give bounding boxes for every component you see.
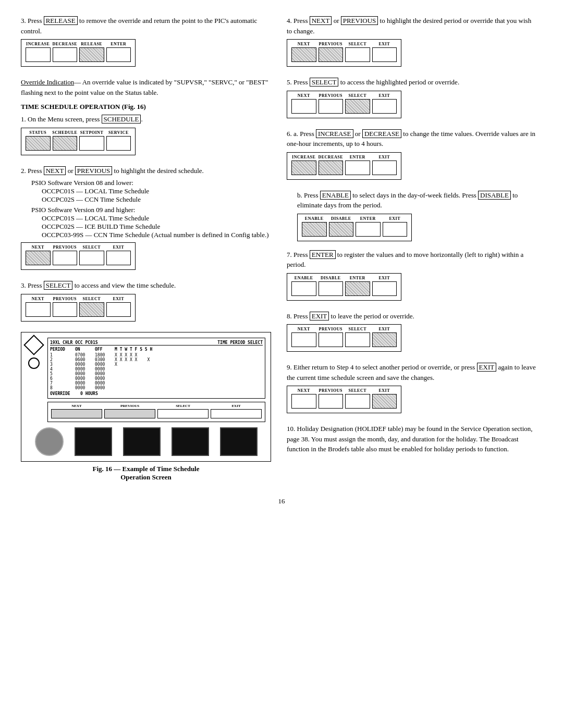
label-sel-s9: SELECT xyxy=(345,388,370,393)
enter-btn-s6[interactable] xyxy=(345,161,370,175)
screen-col-headers: PERIOD ON OFF M T W T F S S H xyxy=(50,347,263,352)
label-exit-s5: EXIT xyxy=(372,93,397,98)
disable-btn-s7[interactable] xyxy=(319,281,344,296)
label-status: STATUS xyxy=(26,130,50,135)
cell-off-8: 0000 xyxy=(95,386,111,390)
previous-btn-s3[interactable] xyxy=(53,302,78,317)
setpoint-btn[interactable] xyxy=(79,136,104,151)
page-layout: 3. Press RELEASE to remove the override … xyxy=(21,16,542,487)
screen-next-btn[interactable] xyxy=(51,409,102,418)
select-key-s5: SELECT xyxy=(310,78,339,87)
col-days: M T W T F S S H xyxy=(115,347,152,352)
exit-btn-s9[interactable] xyxy=(372,394,397,409)
label-prev-s8: PREVIOUS xyxy=(319,327,344,331)
big-square-btn-3[interactable] xyxy=(172,427,209,456)
ts-step8-labels: NEXT PREVIOUS SELECT EXIT xyxy=(291,327,397,331)
big-circle-btn-light[interactable] xyxy=(35,427,64,456)
figure-caption: Fig. 16 — Example of Time Schedule Opera… xyxy=(21,465,271,482)
screen-select-btn[interactable] xyxy=(157,409,209,418)
status-btn[interactable] xyxy=(26,136,51,151)
schedule-btn[interactable] xyxy=(53,136,78,151)
exit-btn-s3[interactable] xyxy=(106,302,131,317)
screen-label-select: SELECT xyxy=(157,404,209,408)
exit-btn-s6[interactable] xyxy=(372,161,397,175)
screen-prev-btn[interactable] xyxy=(104,409,155,418)
ts-step5-block: 5. Press SELECT to access the highlighte… xyxy=(287,77,537,124)
ts-step3-labels: NEXT PREVIOUS SELECT EXIT xyxy=(26,297,131,301)
select-btn-s2[interactable] xyxy=(79,251,104,265)
cell-off-3: 0000 xyxy=(95,362,111,367)
exit-btn-s5[interactable] xyxy=(372,99,397,114)
ts-step5-buttons xyxy=(291,99,397,114)
big-square-btn-1[interactable] xyxy=(75,427,112,456)
cell-off-5: 0000 xyxy=(95,372,111,376)
icon-column xyxy=(27,338,41,369)
left-column: 3. Press RELEASE to remove the override … xyxy=(21,16,271,487)
ts-step8-text: 8. Press EXIT to leave the period or ove… xyxy=(287,311,537,322)
enter-btn-s7[interactable] xyxy=(345,281,370,296)
release-btn[interactable] xyxy=(79,47,104,62)
label-sel-s4: SELECT xyxy=(345,42,370,46)
cell-off-2: 0300 xyxy=(95,357,111,362)
enable-btn-s7[interactable] xyxy=(291,281,316,296)
ts-step4-text: 4. Press NEXT or PREVIOUS to highlight t… xyxy=(287,16,537,36)
prev-btn-s9[interactable] xyxy=(319,394,344,409)
prev-btn-s4[interactable] xyxy=(319,47,344,62)
next-key-s4: NEXT xyxy=(310,16,332,25)
exit-btn-s4[interactable] xyxy=(372,47,397,62)
screen-title: 19XL CHLR OCC PC01S xyxy=(50,340,98,345)
enable-btn-s6b[interactable] xyxy=(302,222,327,237)
ts-step2-panel-wrap: NEXT PREVIOUS SELECT EXIT xyxy=(21,242,271,275)
label-enable-s7: ENABLE xyxy=(291,276,316,280)
decrease-btn-s6[interactable] xyxy=(319,161,344,175)
enter-btn[interactable] xyxy=(106,47,131,62)
increase-btn-s6[interactable] xyxy=(291,161,316,175)
ts-step3-text: 3. Press SELECT to access and view the t… xyxy=(21,280,271,291)
sel-btn-s4[interactable] xyxy=(345,47,370,62)
exit-btn-s8[interactable] xyxy=(372,332,397,347)
enter-btn-s6b[interactable] xyxy=(356,222,381,237)
ts-step2-block: 2. Press NEXT or PREVIOUS to highlight t… xyxy=(21,166,271,276)
exit-btn-s6b[interactable] xyxy=(383,222,408,237)
ts-step9-labels: NEXT PREVIOUS SELECT EXIT xyxy=(291,388,397,393)
sel-btn-s8[interactable] xyxy=(345,332,370,347)
select-btn-s3[interactable] xyxy=(79,302,104,317)
cell-on-4: 0000 xyxy=(75,367,91,372)
next-btn-s8[interactable] xyxy=(291,332,316,347)
increase-btn[interactable] xyxy=(26,47,51,62)
prev-btn-s8[interactable] xyxy=(319,332,344,347)
service-btn[interactable] xyxy=(106,136,131,151)
fig-caption-line2: Operation Screen xyxy=(21,473,271,482)
step3-release-block: 3. Press RELEASE to remove the override … xyxy=(21,16,271,72)
ts-step1-text: 1. On the Menu screen, press SCHEDULE. xyxy=(21,114,271,125)
sel-btn-s9[interactable] xyxy=(345,394,370,409)
cell-off-1: 1800 xyxy=(95,353,111,357)
big-square-btn-2[interactable] xyxy=(123,427,161,456)
cell-off-7: 0000 xyxy=(95,381,111,386)
previous-key-s2: PREVIOUS xyxy=(75,166,113,175)
prev-btn-s5[interactable] xyxy=(319,99,344,114)
label-next-s4: NEXT xyxy=(291,42,316,46)
exit-btn-s2[interactable] xyxy=(106,251,131,265)
occpc01s-v08: OCCPC01S — LOCAL Time Schedule xyxy=(42,187,271,195)
label-exit-s8: EXIT xyxy=(372,327,397,331)
exit-btn-s7[interactable] xyxy=(372,281,397,296)
next-btn-s3[interactable] xyxy=(26,302,51,317)
label-enter-s6b: ENTER xyxy=(356,216,381,221)
previous-btn-s2[interactable] xyxy=(53,251,78,265)
decrease-btn[interactable] xyxy=(53,47,78,62)
disable-btn-s6b[interactable] xyxy=(329,222,354,237)
next-btn-s2[interactable] xyxy=(26,251,51,265)
next-btn-s5[interactable] xyxy=(291,99,316,114)
cell-period-5: 5 xyxy=(50,372,71,376)
label-exit-s6: EXIT xyxy=(372,155,397,159)
big-square-btn-4[interactable] xyxy=(220,427,258,456)
ts-step9-block: 9. Either return to Step 4 to select ano… xyxy=(287,362,537,418)
ts-step6-block: 6. a. Press INCREASE or DECREASE to chan… xyxy=(287,129,537,185)
ts-step8-buttons xyxy=(291,332,397,347)
ts-step9-text: 9. Either return to Step 4 to select ano… xyxy=(287,362,537,382)
next-btn-s4[interactable] xyxy=(291,47,316,62)
screen-exit-btn[interactable] xyxy=(211,409,262,418)
sel-btn-s5[interactable] xyxy=(345,99,370,114)
next-btn-s9[interactable] xyxy=(291,394,316,409)
